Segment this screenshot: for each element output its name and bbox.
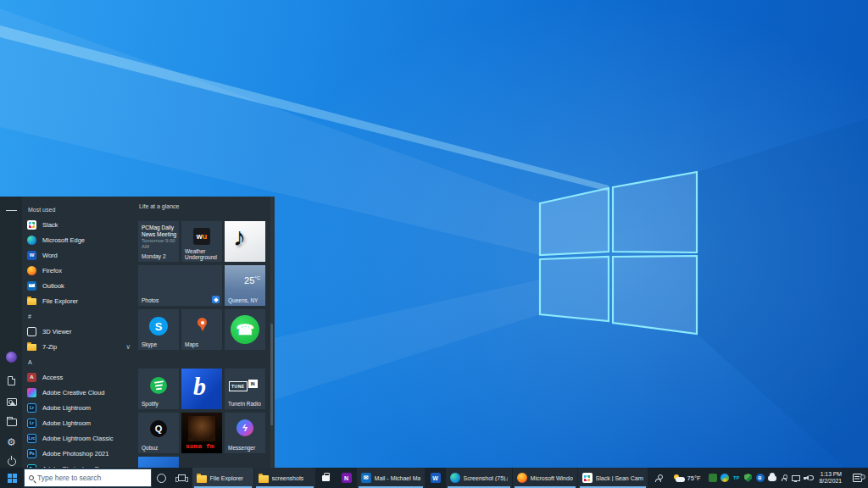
hamburger-menu-icon[interactable] — [6, 205, 17, 216]
word-icon: W — [431, 473, 441, 483]
tile-soma-fm[interactable]: soma fm — [181, 413, 222, 453]
app-item-word[interactable]: W Word — [22, 247, 137, 263]
user-avatar[interactable] — [6, 352, 17, 363]
app-item-lightroom-2[interactable]: Lr Adobe Lightroom — [22, 415, 137, 430]
chevron-down-icon[interactable]: ∨ — [125, 343, 131, 351]
green-app-icon[interactable] — [709, 474, 717, 482]
word-icon: W — [27, 251, 36, 260]
section-header-hash[interactable]: # — [22, 308, 137, 324]
start-menu-rail: ⚙ — [0, 197, 22, 468]
tile-b-logo[interactable]: b — [181, 369, 222, 409]
weather-sun-cloud-icon — [673, 474, 685, 482]
tile-messenger[interactable]: ϟ Messenger — [225, 413, 265, 453]
tile-tunein[interactable]: TUNEIN TuneIn Radio — [225, 369, 265, 409]
defender-pinwheel-icon[interactable] — [721, 474, 729, 482]
volume-icon[interactable] — [804, 474, 812, 481]
app-item-7zip[interactable]: 7-Zip ∨ — [22, 339, 137, 354]
tile-music-player[interactable]: ♪ — [225, 221, 265, 262]
section-header-a[interactable]: A — [22, 354, 137, 369]
lightroom-icon: Lr — [27, 403, 36, 413]
onedrive-cloud-icon[interactable] — [768, 474, 776, 482]
cortana-button[interactable] — [152, 468, 172, 488]
tile-skype[interactable]: S Skype — [138, 309, 179, 350]
b-logo-icon: b — [193, 372, 206, 401]
taskbar-clock[interactable]: 1:13 PM 8/2/2021 — [815, 471, 846, 485]
app-item-lightroom-1[interactable]: Lr Adobe Lightroom — [22, 400, 137, 415]
tile-qobuz[interactable]: Q Qobuz — [138, 413, 179, 453]
tile-whatsapp[interactable]: ☎ — [225, 309, 265, 350]
search-icon — [29, 475, 34, 480]
app-item-lightroom-classic[interactable]: Lrc Adobe Lightroom Classic — [22, 430, 137, 446]
taskbar-pinned-word[interactable]: W — [426, 468, 446, 488]
task-view-button[interactable] — [172, 468, 192, 488]
display-icon[interactable] — [792, 474, 800, 482]
tile-partial[interactable] — [138, 457, 179, 468]
most-used-header: Most used — [22, 202, 137, 217]
slack-icon — [27, 220, 36, 230]
app-item-3d-viewer[interactable]: 3D Viewer — [22, 324, 137, 339]
photoshop-icon: Ps — [27, 449, 36, 458]
app-item-edge[interactable]: Microsoft Edge — [22, 232, 137, 247]
action-center-button[interactable] — [846, 474, 868, 482]
taskbar-window-firefox[interactable]: Microsoft Window... — [513, 468, 577, 488]
taskbar-window-slack[interactable]: Slack | Sean Carrol... — [578, 468, 648, 488]
taskbar-search[interactable] — [24, 469, 152, 487]
clock-date: 8/2/2021 — [820, 478, 842, 485]
bluetooth-icon[interactable]: B — [756, 474, 765, 482]
documents-icon[interactable] — [6, 375, 17, 386]
app-item-slack[interactable]: Slack — [22, 217, 137, 232]
tile-spotify[interactable]: Spotify — [138, 369, 179, 409]
start-tiles: Life at a glance PCMag Daily News Meetin… — [138, 197, 270, 468]
settings-gear-icon[interactable]: ⚙ — [6, 436, 17, 447]
taskbar-window-screenshots[interactable]: screenshots — [254, 468, 315, 488]
onenote-icon: N — [342, 473, 352, 483]
whatsapp-icon: ☎ — [231, 315, 259, 344]
taskbar-weather[interactable]: 75°F — [669, 474, 705, 482]
tile-calendar[interactable]: PCMag Daily News Meeting Tomorrow 9:00 A… — [138, 221, 179, 262]
clock-time: 1:13 PM — [820, 471, 842, 479]
taskbar-window-edge-screenshot[interactable]: Screenshot (75).pn... — [446, 468, 512, 488]
folder-icon — [259, 475, 269, 483]
power-icon[interactable] — [6, 456, 17, 467]
qobuz-icon: Q — [150, 420, 167, 437]
pictures-icon[interactable] — [6, 396, 17, 408]
tile-maps[interactable]: Maps — [181, 309, 222, 350]
slack-icon — [582, 473, 593, 483]
weather-underground-icon: wu — [193, 228, 210, 245]
firefox-icon — [27, 266, 36, 275]
app-item-access[interactable]: A Access — [22, 369, 137, 385]
start-menu-scrollbar[interactable] — [270, 197, 273, 468]
person-icon[interactable] — [780, 474, 788, 482]
partly-cloudy-icon — [230, 275, 243, 284]
tunein-logo-icon: TUNEIN — [229, 381, 258, 391]
folders-icon[interactable] — [6, 417, 17, 428]
app-item-firefox[interactable]: Firefox — [22, 263, 137, 278]
file-explorer-icon — [27, 298, 36, 305]
taskbar-pinned-onenote[interactable]: N — [337, 468, 357, 488]
tile-weather[interactable]: 25°C Queens, NY — [225, 265, 265, 306]
app-item-file-explorer[interactable]: File Explorer — [22, 293, 137, 308]
notification-badge — [860, 474, 865, 480]
taskbar: File Explorer screenshots N ✉ Mail - Mic… — [0, 468, 868, 488]
tile-photos[interactable]: Photos — [138, 265, 222, 306]
tp-link-icon[interactable]: TP — [732, 474, 741, 482]
start-button[interactable] — [0, 468, 24, 488]
security-shield-icon[interactable] — [744, 474, 753, 482]
edge-icon — [27, 236, 36, 245]
taskbar-window-mail[interactable]: ✉ Mail - Michael Ma... — [357, 468, 425, 488]
7zip-folder-icon — [27, 344, 36, 351]
tile-weather-underground[interactable]: wu Weather Underground — [181, 221, 222, 262]
start-menu: ⚙ Most used Slack Microsoft Edge W Word … — [0, 197, 275, 468]
3d-viewer-icon — [27, 327, 36, 336]
people-button[interactable] — [648, 468, 669, 488]
search-input[interactable] — [37, 474, 147, 482]
taskbar-pinned-store[interactable] — [316, 468, 337, 488]
app-item-outlook[interactable]: Outlook — [22, 278, 137, 293]
tile-group-header[interactable]: Life at a glance — [139, 203, 179, 209]
app-item-photoshop-2021[interactable]: Ps Adobe Photoshop 2021 — [22, 446, 137, 461]
app-item-creative-cloud[interactable]: Adobe Creative Cloud — [22, 385, 137, 400]
taskbar-window-file-explorer[interactable]: File Explorer — [192, 468, 253, 488]
map-pin-icon — [198, 318, 207, 327]
windows-logo-icon — [8, 474, 17, 483]
firefox-icon — [517, 473, 527, 483]
